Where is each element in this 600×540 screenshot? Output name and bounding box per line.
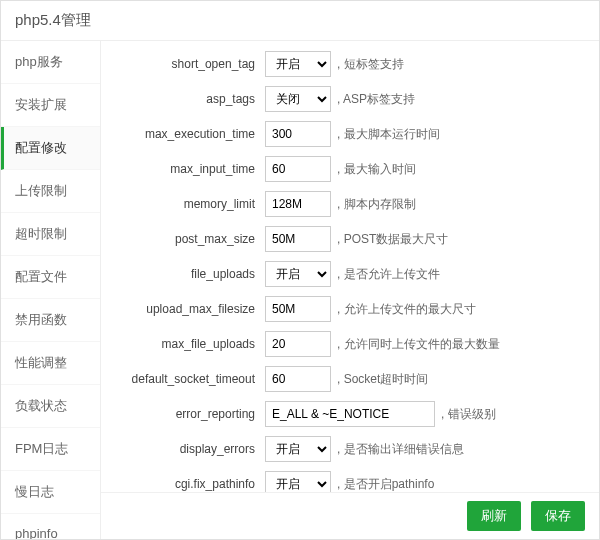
setting-desc: , 最大脚本运行时间 bbox=[337, 126, 440, 143]
setting-input-post_max_size[interactable] bbox=[265, 226, 331, 252]
setting-input-max_execution_time[interactable] bbox=[265, 121, 331, 147]
setting-select-cgi.fix_pathinfo[interactable]: 开启关闭 bbox=[265, 471, 331, 492]
setting-desc: , 是否允许上传文件 bbox=[337, 266, 440, 283]
setting-input-max_file_uploads[interactable] bbox=[265, 331, 331, 357]
setting-row-display_errors: display_errors开启关闭, 是否输出详细错误信息 bbox=[115, 436, 585, 462]
footer: 刷新 保存 bbox=[101, 492, 599, 539]
sidebar-item-11[interactable]: phpinfo bbox=[1, 514, 100, 539]
setting-desc: , 错误级别 bbox=[441, 406, 496, 423]
setting-desc: , 脚本内存限制 bbox=[337, 196, 416, 213]
panel-title: php5.4管理 bbox=[15, 11, 91, 28]
setting-control: 开启关闭 bbox=[265, 51, 331, 77]
setting-row-default_socket_timeout: default_socket_timeout, Socket超时时间 bbox=[115, 366, 585, 392]
setting-desc: , POST数据最大尺寸 bbox=[337, 231, 448, 248]
sidebar: php服务安装扩展配置修改上传限制超时限制配置文件禁用函数性能调整负载状态FPM… bbox=[1, 41, 101, 539]
sidebar-item-8[interactable]: 负载状态 bbox=[1, 385, 100, 428]
setting-control bbox=[265, 191, 331, 217]
setting-input-memory_limit[interactable] bbox=[265, 191, 331, 217]
setting-row-cgi.fix_pathinfo: cgi.fix_pathinfo开启关闭, 是否开启pathinfo bbox=[115, 471, 585, 492]
setting-label: memory_limit bbox=[115, 197, 265, 211]
setting-select-short_open_tag[interactable]: 开启关闭 bbox=[265, 51, 331, 77]
setting-desc: , 最大输入时间 bbox=[337, 161, 416, 178]
setting-label: error_reporting bbox=[115, 407, 265, 421]
setting-label: max_execution_time bbox=[115, 127, 265, 141]
setting-control bbox=[265, 121, 331, 147]
setting-desc: , 短标签支持 bbox=[337, 56, 404, 73]
setting-desc: , 是否开启pathinfo bbox=[337, 476, 434, 493]
setting-desc: , 是否输出详细错误信息 bbox=[337, 441, 464, 458]
setting-row-error_reporting: error_reporting, 错误级别 bbox=[115, 401, 585, 427]
sidebar-item-3[interactable]: 上传限制 bbox=[1, 170, 100, 213]
setting-control bbox=[265, 226, 331, 252]
sidebar-item-0[interactable]: php服务 bbox=[1, 41, 100, 84]
sidebar-item-10[interactable]: 慢日志 bbox=[1, 471, 100, 514]
sidebar-item-6[interactable]: 禁用函数 bbox=[1, 299, 100, 342]
setting-desc: , 允许同时上传文件的最大数量 bbox=[337, 336, 500, 353]
setting-row-memory_limit: memory_limit, 脚本内存限制 bbox=[115, 191, 585, 217]
setting-desc: , Socket超时时间 bbox=[337, 371, 428, 388]
setting-input-upload_max_filesize[interactable] bbox=[265, 296, 331, 322]
setting-control: 开启关闭 bbox=[265, 471, 331, 492]
panel-body: php服务安装扩展配置修改上传限制超时限制配置文件禁用函数性能调整负载状态FPM… bbox=[1, 41, 599, 539]
setting-control: 开启关闭 bbox=[265, 86, 331, 112]
sidebar-item-4[interactable]: 超时限制 bbox=[1, 213, 100, 256]
sidebar-item-1[interactable]: 安装扩展 bbox=[1, 84, 100, 127]
setting-control bbox=[265, 401, 435, 427]
form-area: short_open_tag开启关闭, 短标签支持asp_tags开启关闭, A… bbox=[101, 41, 599, 492]
setting-row-max_execution_time: max_execution_time, 最大脚本运行时间 bbox=[115, 121, 585, 147]
sidebar-item-9[interactable]: FPM日志 bbox=[1, 428, 100, 471]
setting-input-error_reporting[interactable] bbox=[265, 401, 435, 427]
setting-label: cgi.fix_pathinfo bbox=[115, 477, 265, 491]
sidebar-item-5[interactable]: 配置文件 bbox=[1, 256, 100, 299]
refresh-button[interactable]: 刷新 bbox=[467, 501, 521, 531]
setting-label: post_max_size bbox=[115, 232, 265, 246]
setting-label: display_errors bbox=[115, 442, 265, 456]
setting-row-max_input_time: max_input_time, 最大输入时间 bbox=[115, 156, 585, 182]
setting-label: short_open_tag bbox=[115, 57, 265, 71]
sidebar-item-7[interactable]: 性能调整 bbox=[1, 342, 100, 385]
setting-control: 开启关闭 bbox=[265, 261, 331, 287]
setting-label: upload_max_filesize bbox=[115, 302, 265, 316]
setting-select-asp_tags[interactable]: 开启关闭 bbox=[265, 86, 331, 112]
setting-desc: , 允许上传文件的最大尺寸 bbox=[337, 301, 476, 318]
setting-label: max_input_time bbox=[115, 162, 265, 176]
main-area: short_open_tag开启关闭, 短标签支持asp_tags开启关闭, A… bbox=[101, 41, 599, 539]
setting-label: max_file_uploads bbox=[115, 337, 265, 351]
setting-control bbox=[265, 331, 331, 357]
setting-control: 开启关闭 bbox=[265, 436, 331, 462]
setting-select-file_uploads[interactable]: 开启关闭 bbox=[265, 261, 331, 287]
setting-row-asp_tags: asp_tags开启关闭, ASP标签支持 bbox=[115, 86, 585, 112]
setting-desc: , ASP标签支持 bbox=[337, 91, 415, 108]
php-config-panel: php5.4管理 php服务安装扩展配置修改上传限制超时限制配置文件禁用函数性能… bbox=[0, 0, 600, 540]
save-button[interactable]: 保存 bbox=[531, 501, 585, 531]
setting-row-max_file_uploads: max_file_uploads, 允许同时上传文件的最大数量 bbox=[115, 331, 585, 357]
setting-row-upload_max_filesize: upload_max_filesize, 允许上传文件的最大尺寸 bbox=[115, 296, 585, 322]
setting-control bbox=[265, 366, 331, 392]
setting-label: file_uploads bbox=[115, 267, 265, 281]
setting-input-max_input_time[interactable] bbox=[265, 156, 331, 182]
setting-label: asp_tags bbox=[115, 92, 265, 106]
setting-select-display_errors[interactable]: 开启关闭 bbox=[265, 436, 331, 462]
setting-row-short_open_tag: short_open_tag开启关闭, 短标签支持 bbox=[115, 51, 585, 77]
setting-label: default_socket_timeout bbox=[115, 372, 265, 386]
setting-row-post_max_size: post_max_size, POST数据最大尺寸 bbox=[115, 226, 585, 252]
setting-row-file_uploads: file_uploads开启关闭, 是否允许上传文件 bbox=[115, 261, 585, 287]
panel-header: php5.4管理 bbox=[1, 1, 599, 41]
sidebar-item-2[interactable]: 配置修改 bbox=[1, 127, 100, 170]
setting-control bbox=[265, 156, 331, 182]
setting-input-default_socket_timeout[interactable] bbox=[265, 366, 331, 392]
setting-control bbox=[265, 296, 331, 322]
